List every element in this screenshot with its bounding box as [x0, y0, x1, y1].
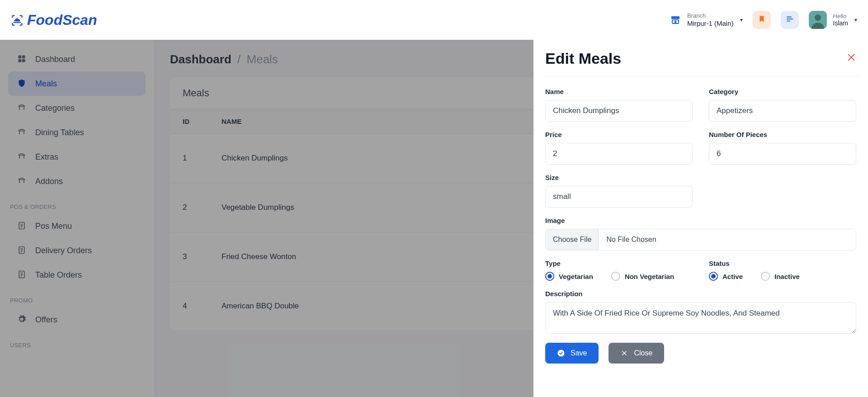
username: Islam [833, 19, 848, 27]
radio-unchecked-icon [761, 272, 770, 281]
branch-label: Branch [687, 12, 734, 19]
chevron-down-icon: ▾ [740, 17, 743, 23]
radio-checked-icon [709, 272, 718, 281]
status-label: Status [709, 260, 856, 267]
branch-selector[interactable]: Branch Mirpur-1 (Main) ▾ [670, 12, 743, 28]
radio-checked-icon [545, 272, 554, 281]
price-label: Price [545, 131, 693, 138]
hello-text: Hello [833, 13, 848, 20]
edit-meal-drawer: Edit Meals Name Category Price Number Of… [533, 40, 868, 397]
svg-rect-0 [14, 22, 21, 23]
store-icon [670, 14, 681, 25]
name-input[interactable] [545, 100, 693, 122]
logo[interactable]: FoodScan [11, 12, 97, 28]
close-icon[interactable] [846, 52, 856, 65]
type-label: Type [545, 260, 693, 267]
status-active-radio[interactable]: Active [709, 272, 743, 281]
svg-rect-3 [675, 21, 676, 24]
pieces-label: Number Of Pieces [709, 131, 856, 138]
logo-text: FoodScan [27, 12, 97, 28]
size-label: Size [545, 174, 693, 181]
drawer-title: Edit Meals [545, 50, 621, 67]
logo-icon [11, 14, 24, 26]
menu-toggle-button[interactable] [781, 11, 799, 29]
modal-overlay[interactable] [0, 40, 533, 397]
close-icon [620, 349, 628, 357]
radio-unchecked-icon [611, 272, 620, 281]
size-input[interactable] [545, 186, 693, 208]
type-nonvegetarian-radio[interactable]: Non Vegetarian [611, 272, 674, 281]
bookmark-button[interactable] [753, 11, 771, 29]
name-label: Name [545, 88, 693, 95]
bookmark-icon [758, 15, 766, 25]
user-menu[interactable]: Hello Islam ▾ [809, 11, 857, 29]
description-input[interactable]: With A Side Of Fried Rice Or Supreme Soy… [545, 302, 856, 334]
pieces-input[interactable] [709, 143, 856, 165]
close-button[interactable]: Close [609, 343, 664, 364]
choose-file-button[interactable]: Choose File [546, 229, 599, 250]
image-label: Image [545, 217, 856, 224]
chevron-down-icon: ▾ [854, 17, 857, 23]
branch-value: Mirpur-1 (Main) [687, 19, 734, 28]
file-chosen-text: No File Chosen [599, 229, 663, 250]
avatar [809, 11, 827, 29]
type-vegetarian-radio[interactable]: Vegetarian [545, 272, 593, 281]
category-label: Category [709, 88, 856, 95]
check-circle-icon [557, 349, 565, 357]
save-button[interactable]: Save [545, 343, 599, 364]
image-file-input[interactable]: Choose File No File Chosen [545, 229, 856, 250]
svg-rect-1 [671, 16, 679, 19]
status-inactive-radio[interactable]: Inactive [761, 272, 800, 281]
svg-point-8 [815, 14, 821, 21]
price-input[interactable] [545, 143, 693, 165]
description-label: Description [545, 290, 856, 298]
lines-icon [786, 15, 794, 25]
category-input[interactable] [709, 100, 856, 122]
